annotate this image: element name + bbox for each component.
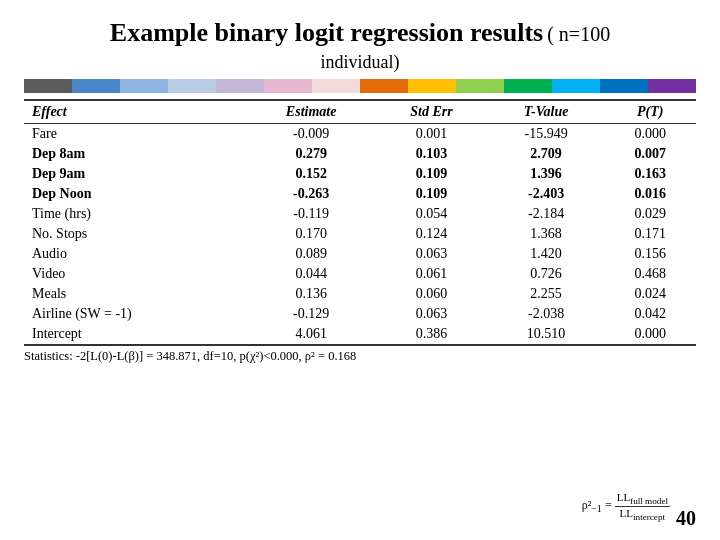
table-cell: 0.171 [604,224,696,244]
table-row: Dep 9am0.1520.1091.3960.163 [24,164,696,184]
table-cell: Airline (SW = -1) [24,304,247,324]
col-estimate: Estimate [247,100,375,124]
page: Example binary logit regression results … [0,0,720,540]
table-row: Audio0.0890.0631.4200.156 [24,244,696,264]
color-segment [312,79,360,93]
table-cell: -0.263 [247,184,375,204]
table-cell: Audio [24,244,247,264]
table-cell: Meals [24,284,247,304]
table-cell: 0.152 [247,164,375,184]
table-cell: 0.170 [247,224,375,244]
color-segment [24,79,72,93]
table-cell: -0.129 [247,304,375,324]
table-cell: Dep Noon [24,184,247,204]
table-cell: 0.136 [247,284,375,304]
table-cell: 0.000 [604,124,696,145]
col-effect: Effect [24,100,247,124]
table-cell: 0.386 [375,324,488,345]
formula-denominator: LLintercept [615,507,670,522]
table-row: Airline (SW = -1)-0.1290.063-2.0380.042 [24,304,696,324]
subtitle: individual) [24,52,696,73]
table-cell: 0.103 [375,144,488,164]
table-cell: 0.124 [375,224,488,244]
rho-label: ρ²−1 = [582,498,615,512]
color-segment [600,79,648,93]
color-segment [72,79,120,93]
table-row: Time (hrs)-0.1190.054-2.1840.029 [24,204,696,224]
table-cell: 0.042 [604,304,696,324]
title-area: Example binary logit regression results … [24,18,696,48]
table-row: Meals0.1360.0602.2550.024 [24,284,696,304]
table-cell: 0.029 [604,204,696,224]
table-cell: 0.016 [604,184,696,204]
table-cell: Dep 8am [24,144,247,164]
color-segment [168,79,216,93]
main-title: Example binary logit regression results [110,18,543,47]
page-number: 40 [676,507,696,530]
table-row: Fare-0.0090.001-15.9490.000 [24,124,696,145]
table-cell: -0.009 [247,124,375,145]
table-cell: Intercept [24,324,247,345]
table-cell: 0.163 [604,164,696,184]
table-cell: 0.279 [247,144,375,164]
table-cell: 0.109 [375,184,488,204]
table-cell: 0.061 [375,264,488,284]
table-cell: 0.089 [247,244,375,264]
table-header-row: Effect Estimate Std Err T-Value P(T) [24,100,696,124]
table-cell: -15.949 [488,124,605,145]
table-row: Intercept4.0610.38610.5100.000 [24,324,696,345]
table-cell: 2.255 [488,284,605,304]
table-cell: -0.119 [247,204,375,224]
table-cell: -2.403 [488,184,605,204]
table-cell: 10.510 [488,324,605,345]
color-segment [264,79,312,93]
table-cell: 0.007 [604,144,696,164]
color-bar [24,79,696,93]
color-segment [408,79,456,93]
table-cell: 1.396 [488,164,605,184]
table-cell: 0.468 [604,264,696,284]
color-segment [216,79,264,93]
col-stderr: Std Err [375,100,488,124]
formula-fraction: LLfull model LLintercept [615,491,670,522]
table-cell: 2.709 [488,144,605,164]
table-cell: Fare [24,124,247,145]
table-cell: -2.038 [488,304,605,324]
color-segment [504,79,552,93]
table-cell: Video [24,264,247,284]
table-cell: 0.063 [375,304,488,324]
table-cell: No. Stops [24,224,247,244]
table-cell: 0.060 [375,284,488,304]
table-cell: 0.109 [375,164,488,184]
table-row: Video0.0440.0610.7260.468 [24,264,696,284]
stats-row: Statistics: -2[L(0)-L(β)] = 348.871, df=… [24,346,696,364]
table-row: Dep Noon-0.2630.109-2.4030.016 [24,184,696,204]
table-cell: 0.001 [375,124,488,145]
col-tvalue: T-Value [488,100,605,124]
color-segment [552,79,600,93]
formula-numerator: LLfull model [615,491,670,507]
table-cell: 1.420 [488,244,605,264]
col-pt: P(T) [604,100,696,124]
table-cell: Time (hrs) [24,204,247,224]
table-cell: -2.184 [488,204,605,224]
title-note: ( n=100 [547,23,610,45]
table-cell: Dep 9am [24,164,247,184]
table-row: Dep 8am0.2790.1032.7090.007 [24,144,696,164]
color-segment [360,79,408,93]
table-cell: 0.156 [604,244,696,264]
table-cell: 1.368 [488,224,605,244]
table-cell: 0.024 [604,284,696,304]
table-cell: 0.044 [247,264,375,284]
table-row: No. Stops0.1700.1241.3680.171 [24,224,696,244]
color-segment [648,79,696,93]
table-cell: 0.063 [375,244,488,264]
regression-table: Effect Estimate Std Err T-Value P(T) Far… [24,99,696,346]
table-cell: 0.054 [375,204,488,224]
color-segment [120,79,168,93]
table-cell: 0.726 [488,264,605,284]
color-segment [456,79,504,93]
formula-area: ρ²−1 = LLfull model LLintercept [582,491,670,522]
table-cell: 4.061 [247,324,375,345]
table-cell: 0.000 [604,324,696,345]
